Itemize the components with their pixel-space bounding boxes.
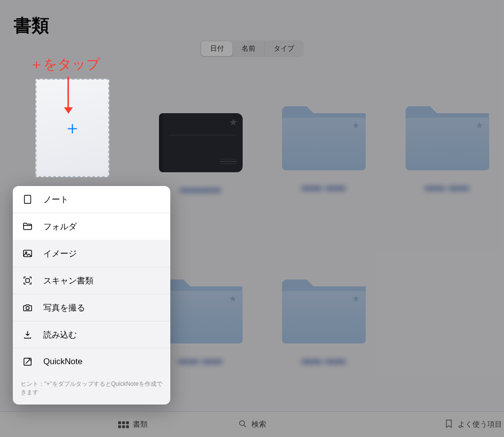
menu-label: フォルダ — [43, 221, 77, 232]
svg-point-5 — [26, 307, 29, 310]
annotation-text: ＋をタップ — [30, 55, 100, 74]
menu-hint: ヒント："+"をダブルタップするとQuickNoteを作成できます — [13, 375, 170, 405]
popover-caret — [68, 186, 78, 187]
menu-image[interactable]: イメージ — [13, 240, 170, 267]
scan-icon — [22, 275, 33, 286]
menu-folder[interactable]: フォルダ — [13, 213, 170, 240]
menu-note[interactable]: ノート — [13, 186, 170, 213]
menu-scan[interactable]: スキャン書類 — [13, 267, 170, 294]
svg-rect-0 — [25, 195, 31, 204]
menu-quicknote[interactable]: QuickNote — [13, 348, 170, 375]
camera-icon — [22, 302, 33, 313]
svg-rect-4 — [26, 279, 29, 282]
folder-icon — [22, 220, 33, 232]
menu-label: 写真を撮る — [43, 302, 85, 313]
quicknote-icon — [22, 356, 33, 368]
plus-icon: ＋ — [63, 116, 81, 140]
menu-label: QuickNote — [43, 357, 82, 367]
menu-import[interactable]: 読み込む — [13, 321, 170, 348]
annotation-arrow — [67, 77, 73, 114]
menu-label: 読み込む — [43, 329, 77, 341]
menu-label: ノート — [43, 194, 68, 205]
menu-label: スキャン書類 — [43, 275, 94, 286]
create-menu-popover: ノート フォルダ イメージ スキャン書類 写真を撮る 読み込む — [13, 186, 170, 405]
image-icon — [22, 248, 33, 259]
menu-label: イメージ — [43, 248, 77, 259]
menu-camera[interactable]: 写真を撮る — [13, 294, 170, 321]
download-icon — [22, 329, 33, 341]
note-icon — [22, 193, 33, 205]
